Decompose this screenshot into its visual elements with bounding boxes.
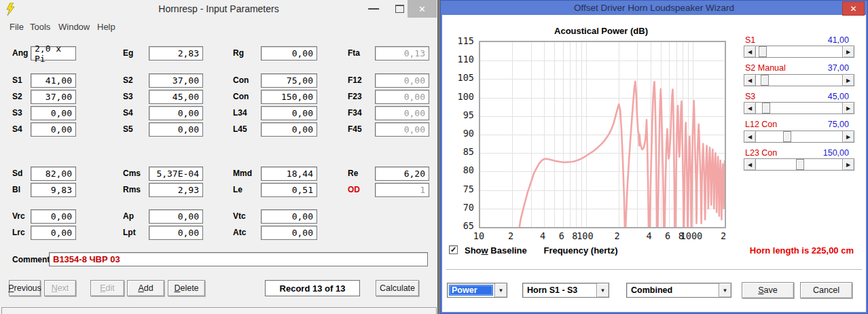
field-s2[interactable]: 37,00 [31,90,76,104]
field-cms[interactable]: 5,37E-04 [149,167,203,181]
hornresp-window: Hornresp - Input Parameters — ✕ FileTool… [0,0,438,314]
label-f45: F45 [348,124,362,134]
graph-type-combo[interactable]: Power ▼ [447,283,507,298]
arrow-left-icon[interactable]: ◀ [744,159,756,170]
slider-track-s1[interactable] [756,46,842,57]
x-tick-100: 100 [573,230,597,241]
field-rg[interactable]: 0,00 [261,46,317,60]
slider-thumb-s2[interactable] [761,75,769,86]
field-atc[interactable]: 0,00 [261,226,317,240]
chevron-down-icon[interactable]: ▼ [596,283,609,297]
label-ang: Ang [12,48,28,58]
field-con[interactable]: 75,00 [261,73,317,88]
label-eg: Eg [123,48,133,58]
field-vrc[interactable]: 0,00 [31,209,76,224]
field-s4[interactable]: 0,00 [31,122,76,137]
add-button[interactable]: Add [127,280,164,296]
slider-track-s2[interactable] [756,75,842,86]
slider-s3[interactable]: ◀▶ [744,102,854,114]
arrow-right-icon[interactable]: ▶ [842,159,854,170]
bottom-panel-edge [1,307,437,314]
field-con[interactable]: 150,00 [261,90,317,104]
chevron-down-icon[interactable]: ▼ [719,283,731,297]
field-eg[interactable]: 2,83 [149,46,203,60]
slider-l12[interactable]: ◀▶ [744,130,854,143]
field-l45[interactable]: 0,00 [261,122,317,137]
x-tick-2000: 2 [711,230,736,241]
field-s3[interactable]: 45,00 [149,90,203,104]
arrow-left-icon[interactable]: ◀ [744,75,756,86]
field-f34[interactable]: 0,00 [375,106,429,120]
minimize-button[interactable]: — [367,3,380,15]
field-od[interactable]: 1 [375,183,429,197]
label-atc: Atc [233,228,246,237]
arrow-right-icon[interactable]: ▶ [842,46,854,57]
previous-button[interactable]: Previous [9,280,41,296]
arrow-left-icon[interactable]: ◀ [744,46,756,57]
field-vtc[interactable]: 0,00 [261,209,317,224]
next-button[interactable]: Next [44,280,76,296]
close-button[interactable]: ✕ [408,0,437,18]
arrow-right-icon[interactable]: ▶ [842,103,854,114]
menu-bar: FileToolsWindowHelp [0,20,437,35]
slider-thumb-l23[interactable] [796,159,804,170]
slider-s1[interactable]: ◀▶ [744,46,854,58]
arrow-right-icon[interactable]: ▶ [842,131,854,142]
field-lpt[interactable]: 0,00 [149,226,203,240]
field-s1[interactable]: 41,00 [31,73,76,88]
slider-thumb-s3[interactable] [762,103,770,114]
delete-button[interactable]: Delete [168,280,205,296]
slider-s2[interactable]: ◀▶ [744,74,854,86]
field-f12[interactable]: 0,00 [375,73,429,88]
field-ang[interactable]: 2,0 x Pi [31,46,76,60]
field-s4[interactable]: 0,00 [149,106,203,120]
menu-item-help[interactable]: Help [97,22,115,32]
slider-value-s3: 45,00 [784,92,849,101]
save-button[interactable]: Save [742,282,794,298]
slider-thumb-l12[interactable] [783,131,791,142]
label-lrc: Lrc [12,228,25,237]
y-tick-95: 95 [447,109,474,120]
field-f45[interactable]: 0,00 [375,122,429,137]
arrow-left-icon[interactable]: ◀ [744,131,756,142]
label-mmd: Mmd [233,169,252,178]
field-mmd[interactable]: 18,44 [261,167,317,181]
field-rms[interactable]: 2,93 [149,183,203,197]
menu-item-file[interactable]: File [10,22,24,32]
x-tick-10: 10 [467,230,491,241]
field-f23[interactable]: 0,00 [375,90,429,104]
horn-segment-combo[interactable]: Horn S1 - S3 ▼ [522,283,609,298]
arrow-right-icon[interactable]: ▶ [842,75,854,86]
comment-input[interactable]: B1354-8 ЧВР 03 [49,252,428,266]
maximize-button[interactable] [393,3,406,15]
field-le[interactable]: 0,51 [261,183,317,197]
slider-track-s3[interactable] [756,103,842,114]
field-lrc[interactable]: 0,00 [31,226,76,240]
field-re[interactable]: 6,20 [375,167,429,181]
response-mode-combo[interactable]: Combined ▼ [626,283,731,298]
field-s5[interactable]: 0,00 [149,122,203,137]
field-s3[interactable]: 0,00 [31,106,76,120]
slider-thumb-s1[interactable] [759,46,767,57]
arrow-left-icon[interactable]: ◀ [744,103,756,114]
chevron-down-icon[interactable]: ▼ [494,283,507,297]
field-fta[interactable]: 0,13 [375,46,429,60]
wizard-close-button[interactable]: ✕ [842,1,865,16]
field-ap[interactable]: 0,00 [149,209,203,224]
show-baseline-checkbox[interactable]: ✓ [449,245,458,254]
field-s2[interactable]: 37,00 [149,73,203,88]
label-vtc: Vtc [233,211,246,221]
label-l45: L45 [233,124,247,134]
menu-item-tools[interactable]: Tools [30,22,50,32]
slider-track-l12[interactable] [756,131,842,142]
field-l34[interactable]: 0,00 [261,106,317,120]
edit-button[interactable]: Edit [90,280,124,296]
cancel-button[interactable]: Cancel [800,282,852,298]
field-sd[interactable]: 82,00 [31,167,76,181]
calculate-button[interactable]: Calculate [376,280,419,296]
slider-l23[interactable]: ◀▶ [744,158,854,171]
field-bl[interactable]: 9,83 [31,183,76,197]
slider-track-l23[interactable] [756,159,842,170]
menu-item-window[interactable]: Window [58,22,90,32]
screenshot-stage: Hornresp - Input Parameters — ✕ FileTool… [0,0,868,314]
